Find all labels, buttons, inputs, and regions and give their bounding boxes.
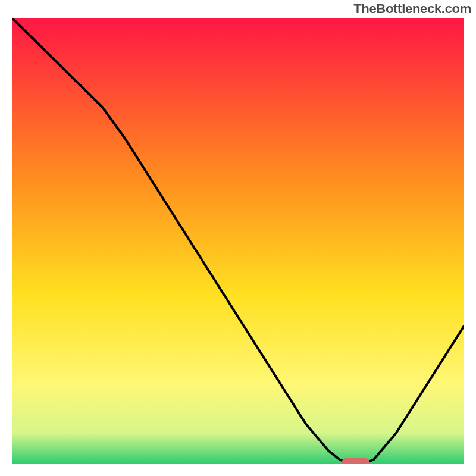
watermark-text: TheBottleneck.com: [353, 1, 471, 17]
chart-svg: [12, 18, 464, 464]
chart-canvas: TheBottleneck.com: [0, 0, 476, 476]
optimum-marker: [342, 458, 369, 464]
plot-area: [12, 18, 464, 464]
